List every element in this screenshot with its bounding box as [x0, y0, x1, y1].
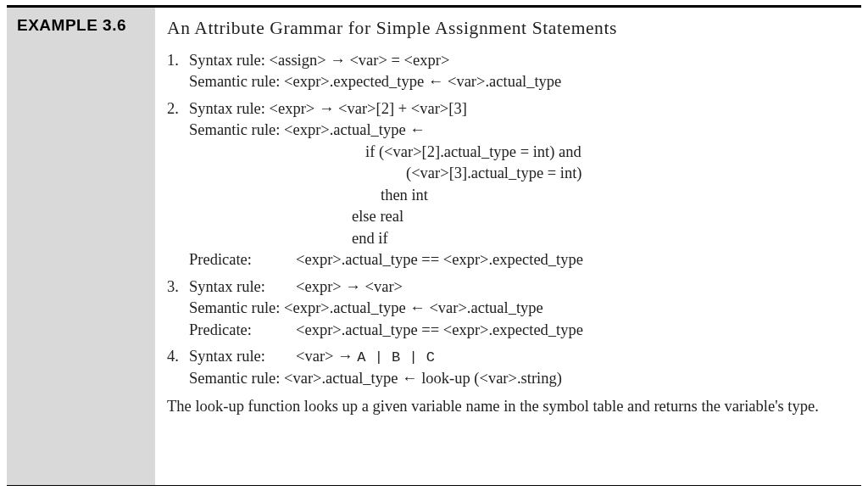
example-number: EXAMPLE 3.6	[17, 16, 145, 35]
predicate-body: <expr>.actual_type == <expr>.expected_ty…	[296, 251, 583, 268]
example-label-panel: EXAMPLE 3.6	[7, 8, 155, 485]
syntax-label: Syntax rule:	[189, 276, 296, 299]
syntax-line: Syntax rule: <expr> → <var>[2] + <var>[3…	[189, 98, 846, 120]
predicate-line: Predicate:<expr>.actual_type == <expr>.e…	[189, 249, 846, 271]
semantic-body-start: <expr>.actual_type ←	[284, 121, 426, 138]
syntax-line: Syntax rule:<var> → A | B | C	[189, 346, 846, 368]
semantic-line: Semantic rule: <expr>.actual_type ← <var…	[189, 298, 846, 320]
rule-number: 4.	[167, 346, 189, 389]
example-box: EXAMPLE 3.6 An Attribute Grammar for Sim…	[7, 5, 861, 486]
rule-body: Syntax rule:<expr> → <var> Semantic rule…	[189, 276, 846, 342]
rule-number: 3.	[167, 276, 189, 342]
syntax-body: <expr> → <var>	[296, 278, 403, 295]
predicate-body: <expr>.actual_type == <expr>.expected_ty…	[296, 321, 583, 338]
rule-number: 2.	[167, 98, 189, 271]
semantic-body: <expr>.actual_type ← <var>.actual_type	[284, 299, 543, 316]
footer-text: The look-up function looks up a given va…	[167, 396, 846, 418]
rule-3: 3. Syntax rule:<expr> → <var> Semantic r…	[167, 276, 846, 342]
semantic-label: Semantic rule:	[189, 121, 280, 138]
syntax-label: Syntax rule:	[189, 346, 296, 368]
semantic-body: <expr>.expected_type ← <var>.actual_type	[284, 73, 561, 90]
endif-line: end if	[352, 228, 846, 250]
predicate-label: Predicate:	[189, 249, 296, 271]
rule-number: 1.	[167, 50, 189, 93]
syntax-body-mono: A | B | C	[357, 349, 435, 365]
syntax-body: <assign> → <var> = <expr>	[270, 52, 450, 69]
rule-body: Syntax rule:<var> → A | B | C Semantic r…	[189, 346, 846, 389]
else-line: else real	[352, 206, 846, 228]
predicate-label: Predicate:	[189, 320, 296, 342]
rule-body: Syntax rule: <expr> → <var>[2] + <var>[3…	[189, 98, 846, 271]
syntax-line: Syntax rule: <assign> → <var> = <expr>	[189, 50, 846, 72]
rule-body: Syntax rule: <assign> → <var> = <expr> S…	[189, 50, 846, 93]
if-line: if (<var>[2].actual_type = int) and	[365, 142, 846, 164]
semantic-body: <var>.actual_type ← look-up (<var>.strin…	[284, 370, 562, 387]
semantic-line: Semantic rule: <var>.actual_type ← look-…	[189, 368, 846, 390]
semantic-label: Semantic rule:	[189, 299, 280, 316]
paren2-line: (<var>[3].actual_type = int)	[406, 163, 846, 185]
semantic-line-start: Semantic rule: <expr>.actual_type ←	[189, 120, 846, 142]
semantic-label: Semantic rule:	[189, 73, 280, 90]
semantic-line: Semantic rule: <expr>.expected_type ← <v…	[189, 71, 846, 93]
rule-1: 1. Syntax rule: <assign> → <var> = <expr…	[167, 50, 846, 93]
syntax-body: <expr> → <var>[2] + <var>[3]	[270, 100, 467, 117]
then-line: then int	[381, 185, 846, 207]
syntax-body-prefix: <var> →	[296, 348, 357, 365]
rule-4: 4. Syntax rule:<var> → A | B | C Semanti…	[167, 346, 846, 389]
syntax-line: Syntax rule:<expr> → <var>	[189, 276, 846, 299]
rule-2: 2. Syntax rule: <expr> → <var>[2] + <var…	[167, 98, 846, 271]
example-title: An Attribute Grammar for Simple Assignme…	[167, 16, 846, 42]
syntax-label: Syntax rule:	[189, 100, 265, 117]
semantic-label: Semantic rule:	[189, 370, 280, 387]
syntax-label: Syntax rule:	[189, 52, 265, 69]
predicate-line: Predicate:<expr>.actual_type == <expr>.e…	[189, 320, 846, 342]
example-content: An Attribute Grammar for Simple Assignme…	[155, 8, 861, 485]
